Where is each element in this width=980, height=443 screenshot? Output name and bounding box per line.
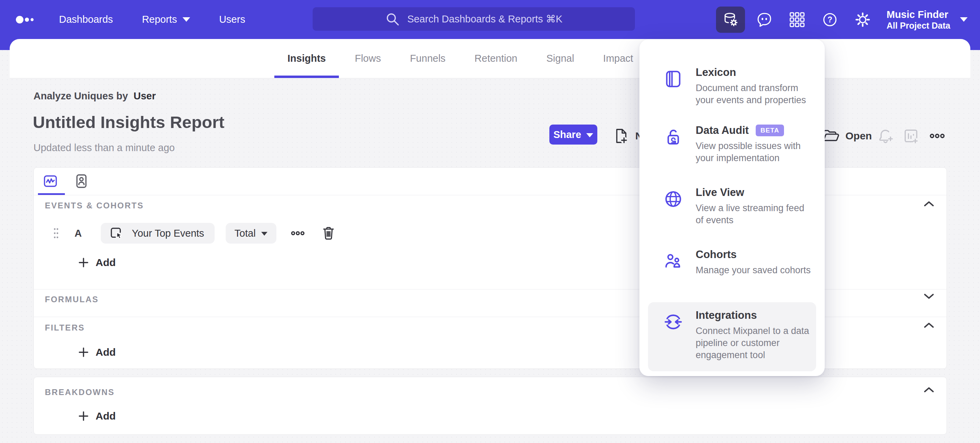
share-button[interactable]: Share [549, 125, 597, 144]
event-row-letter: A [75, 228, 85, 239]
integrations-icon [663, 309, 683, 371]
metric-value: Total [235, 228, 256, 239]
cohorts-icon [663, 248, 683, 300]
tab-signal[interactable]: Signal [532, 39, 589, 78]
drag-dots-icon [54, 227, 59, 239]
collapse-filters-button[interactable] [924, 322, 934, 328]
data-audit-icon [663, 124, 683, 175]
settings-button[interactable] [854, 6, 872, 33]
search-placeholder: Search Dashboards & Reports ⌘K [407, 13, 562, 25]
menu-item-lexicon[interactable]: Lexicon Document and transform your even… [648, 59, 816, 117]
nav-item-users[interactable]: Users [219, 14, 245, 25]
metric-dropdown[interactable]: Total [226, 223, 277, 244]
menu-item-cohorts[interactable]: Cohorts Manage your saved cohorts [648, 241, 816, 300]
more-options-button[interactable] [930, 132, 945, 140]
page-title[interactable]: Untitled Insights Report [33, 113, 224, 132]
gear-icon [855, 12, 870, 28]
chart-plus-icon [904, 129, 919, 144]
mixpanel-logo-icon[interactable] [16, 14, 35, 25]
help-icon: ? [822, 12, 838, 28]
feedback-bubble-icon [756, 12, 772, 28]
help-button[interactable]: ? [821, 6, 839, 33]
project-selector[interactable]: Music Finder All Project Data [886, 9, 967, 31]
lexicon-icon [663, 66, 683, 117]
add-event-button[interactable]: Add [78, 257, 116, 268]
ellipsis-icon [930, 132, 945, 140]
chevron-up-icon [924, 201, 934, 206]
collapse-events-button[interactable] [924, 201, 934, 206]
collapse-breakdowns-button[interactable] [924, 387, 934, 393]
section-label-events: EVENTS & COHORTS [45, 201, 144, 210]
svg-text:?: ? [827, 15, 832, 24]
analyze-breadcrumb: Analyze Uniques byUser [33, 91, 156, 102]
tab-metrics-view[interactable] [42, 173, 59, 190]
project-name: Music Finder [886, 9, 950, 21]
tabs-bar: Insights Flows Funnels Retention Signal … [10, 39, 970, 78]
chevron-up-icon [924, 387, 934, 393]
plus-icon [78, 257, 89, 268]
analyze-value[interactable]: User [134, 91, 156, 102]
add-to-board-button[interactable] [904, 129, 919, 144]
database-gear-icon [722, 12, 738, 28]
section-label-filters: FILTERS [45, 323, 85, 333]
chevron-down-icon [960, 17, 967, 22]
tab-impact[interactable]: Impact [589, 39, 648, 78]
event-selector[interactable]: Your Top Events [101, 223, 215, 244]
ellipsis-icon [291, 230, 305, 237]
tab-funnels[interactable]: Funnels [395, 39, 460, 78]
event-name: Your Top Events [132, 228, 204, 239]
live-view-icon [663, 186, 683, 237]
document-plus-icon [613, 128, 629, 144]
trash-icon [321, 225, 336, 241]
drag-handle[interactable] [54, 227, 59, 239]
event-row-more-button[interactable] [291, 230, 305, 237]
alert-bell-plus-button[interactable] [878, 129, 894, 144]
tab-insights[interactable]: Insights [273, 39, 340, 78]
menu-item-live-view[interactable]: Live View View a live streaming feed of … [648, 179, 816, 237]
delete-event-button[interactable] [321, 225, 336, 241]
data-tools-button[interactable] [716, 6, 745, 33]
top-nav: Dashboards Reports Users Search Dashboar… [0, 0, 980, 39]
beta-badge: BETA [756, 125, 784, 136]
chevron-down-icon [586, 133, 593, 137]
chevron-down-icon [183, 17, 190, 22]
search-input[interactable]: Search Dashboards & Reports ⌘K [313, 7, 635, 31]
chevron-down-icon [261, 232, 267, 236]
open-report-button[interactable]: Open [822, 128, 872, 144]
grid-icon [789, 12, 805, 28]
tab-retention[interactable]: Retention [460, 39, 532, 78]
plus-icon [78, 347, 89, 357]
chevron-up-icon [924, 322, 934, 328]
add-breakdown-button[interactable]: Add [78, 410, 116, 422]
menu-item-integrations[interactable]: Integrations Connect Mixpanel to a data … [648, 302, 816, 371]
nav-item-dashboards[interactable]: Dashboards [59, 14, 113, 25]
tab-profiles-view[interactable] [73, 173, 90, 190]
data-tools-panel: Lexicon Document and transform your even… [640, 39, 825, 376]
add-filter-button[interactable]: Add [78, 346, 116, 358]
profile-card-icon [73, 173, 90, 189]
menu-item-data-audit[interactable]: Data AuditBETA View possible issues with… [648, 117, 816, 175]
bell-plus-icon [878, 129, 894, 144]
plus-icon [78, 411, 89, 421]
search-icon [385, 12, 399, 26]
event-row: A Your Top Events Total [54, 223, 336, 244]
breakdowns-card: BREAKDOWNS Add [33, 377, 947, 435]
updated-timestamp: Updated less than a minute ago [33, 142, 175, 154]
feedback-button[interactable] [756, 6, 773, 33]
project-scope: All Project Data [886, 21, 950, 31]
section-label-breakdowns: BREAKDOWNS [45, 387, 115, 397]
pulse-chart-icon [42, 173, 59, 189]
tab-flows[interactable]: Flows [340, 39, 395, 78]
folder-open-icon [822, 128, 840, 144]
apps-grid-button[interactable] [788, 6, 806, 33]
expand-formulas-button[interactable] [924, 293, 934, 299]
section-label-formulas: FORMULAS [45, 295, 99, 304]
nav-item-reports[interactable]: Reports [142, 14, 190, 25]
select-event-icon [109, 225, 124, 241]
chevron-down-icon [924, 293, 934, 299]
